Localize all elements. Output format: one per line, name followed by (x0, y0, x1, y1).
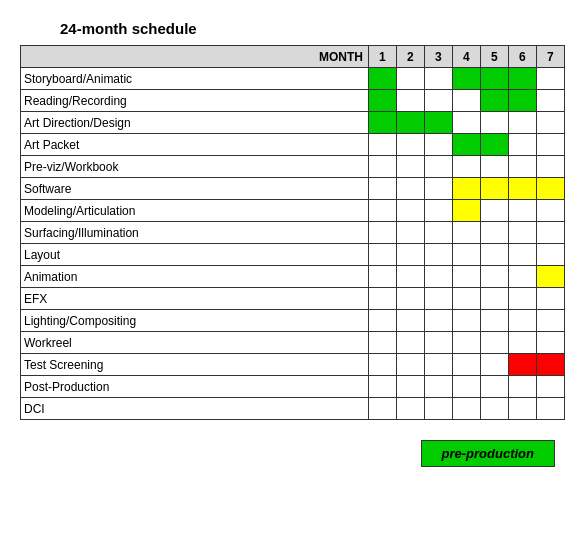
cell-0-6 (536, 68, 564, 90)
cell-2-6 (536, 112, 564, 134)
table-row: DCI (21, 398, 565, 420)
row-label-14: Post-Production (21, 376, 369, 398)
cell-9-6 (536, 266, 564, 288)
page-title: 24-month schedule (60, 20, 565, 37)
cell-2-5 (508, 112, 536, 134)
cell-7-3 (452, 222, 480, 244)
cell-3-3 (452, 134, 480, 156)
cell-15-2 (424, 398, 452, 420)
cell-15-6 (536, 398, 564, 420)
table-row: Animation (21, 266, 565, 288)
row-label-9: Animation (21, 266, 369, 288)
header-month-2: 2 (396, 46, 424, 68)
header-month-5: 5 (480, 46, 508, 68)
row-label-6: Modeling/Articulation (21, 200, 369, 222)
cell-4-4 (480, 156, 508, 178)
cell-10-3 (452, 288, 480, 310)
cell-7-6 (536, 222, 564, 244)
header-row: MONTH1234567 (21, 46, 565, 68)
cell-15-5 (508, 398, 536, 420)
row-label-1: Reading/Recording (21, 90, 369, 112)
table-row: Software (21, 178, 565, 200)
header-month-3: 3 (424, 46, 452, 68)
cell-4-0 (368, 156, 396, 178)
cell-14-0 (368, 376, 396, 398)
cell-5-3 (452, 178, 480, 200)
legend-pre-production: pre-production (421, 440, 555, 467)
row-label-10: EFX (21, 288, 369, 310)
cell-8-2 (424, 244, 452, 266)
row-label-8: Layout (21, 244, 369, 266)
header-month-1: 1 (368, 46, 396, 68)
cell-7-0 (368, 222, 396, 244)
cell-0-3 (452, 68, 480, 90)
cell-5-6 (536, 178, 564, 200)
cell-3-6 (536, 134, 564, 156)
table-row: Surfacing/Illumination (21, 222, 565, 244)
cell-12-0 (368, 332, 396, 354)
cell-7-1 (396, 222, 424, 244)
cell-7-2 (424, 222, 452, 244)
table-row: EFX (21, 288, 565, 310)
cell-2-3 (452, 112, 480, 134)
cell-0-2 (424, 68, 452, 90)
cell-11-0 (368, 310, 396, 332)
cell-14-5 (508, 376, 536, 398)
schedule-table: MONTH1234567 Storyboard/AnimaticReading/… (20, 45, 565, 420)
cell-10-1 (396, 288, 424, 310)
header-month-6: 6 (508, 46, 536, 68)
cell-6-6 (536, 200, 564, 222)
table-row: Art Direction/Design (21, 112, 565, 134)
cell-10-0 (368, 288, 396, 310)
cell-1-2 (424, 90, 452, 112)
cell-1-0 (368, 90, 396, 112)
cell-13-3 (452, 354, 480, 376)
cell-5-2 (424, 178, 452, 200)
header-month-7: 7 (536, 46, 564, 68)
cell-9-0 (368, 266, 396, 288)
cell-12-2 (424, 332, 452, 354)
row-label-13: Test Screening (21, 354, 369, 376)
cell-12-5 (508, 332, 536, 354)
cell-7-5 (508, 222, 536, 244)
cell-2-4 (480, 112, 508, 134)
cell-10-2 (424, 288, 452, 310)
cell-14-1 (396, 376, 424, 398)
row-label-5: Software (21, 178, 369, 200)
cell-13-1 (396, 354, 424, 376)
cell-9-3 (452, 266, 480, 288)
cell-0-0 (368, 68, 396, 90)
cell-13-6 (536, 354, 564, 376)
cell-8-0 (368, 244, 396, 266)
cell-11-2 (424, 310, 452, 332)
cell-4-2 (424, 156, 452, 178)
cell-6-4 (480, 200, 508, 222)
cell-12-6 (536, 332, 564, 354)
cell-11-1 (396, 310, 424, 332)
header-label: MONTH (21, 46, 369, 68)
cell-9-5 (508, 266, 536, 288)
cell-14-3 (452, 376, 480, 398)
row-label-0: Storyboard/Animatic (21, 68, 369, 90)
table-row: Art Packet (21, 134, 565, 156)
header-month-4: 4 (452, 46, 480, 68)
cell-3-1 (396, 134, 424, 156)
row-label-2: Art Direction/Design (21, 112, 369, 134)
table-row: Pre-viz/Workbook (21, 156, 565, 178)
cell-1-5 (508, 90, 536, 112)
cell-13-0 (368, 354, 396, 376)
cell-13-5 (508, 354, 536, 376)
cell-10-4 (480, 288, 508, 310)
table-row: Post-Production (21, 376, 565, 398)
cell-0-4 (480, 68, 508, 90)
row-label-7: Surfacing/Illumination (21, 222, 369, 244)
cell-5-5 (508, 178, 536, 200)
cell-1-6 (536, 90, 564, 112)
cell-12-1 (396, 332, 424, 354)
cell-9-1 (396, 266, 424, 288)
cell-9-4 (480, 266, 508, 288)
cell-5-4 (480, 178, 508, 200)
cell-11-6 (536, 310, 564, 332)
cell-14-6 (536, 376, 564, 398)
cell-3-5 (508, 134, 536, 156)
